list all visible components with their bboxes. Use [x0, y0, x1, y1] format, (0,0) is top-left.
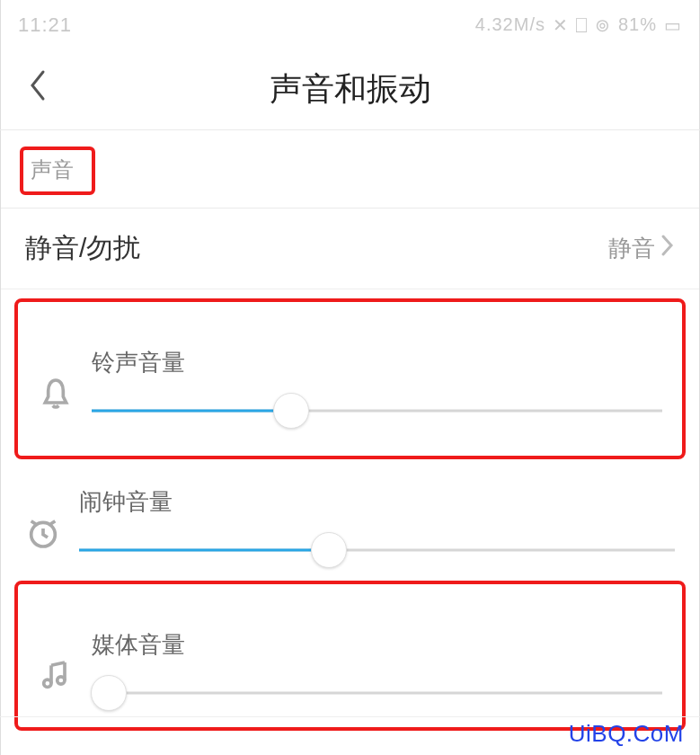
section-label-sound: 声音: [20, 147, 95, 195]
ring-volume-slider[interactable]: [92, 393, 662, 429]
status-time: 11:21: [18, 13, 72, 37]
dnd-label: 静音/勿扰: [25, 230, 140, 267]
ring-volume-label: 铃声音量: [92, 347, 662, 378]
alarm-volume-block: 闹钟音量: [0, 459, 700, 568]
dnd-value: 静音: [608, 233, 655, 264]
svg-point-2: [58, 677, 65, 684]
battery-icon: ⎕: [576, 14, 588, 35]
dnd-icon: ✕: [553, 14, 569, 36]
net-speed: 4.32M/s: [475, 14, 545, 35]
status-bar: 11:21 4.32M/s ✕ ⎕ ⊚ 81% ▭: [0, 0, 700, 49]
section-header: 声音: [0, 130, 700, 209]
ring-volume-block: 铃声音量: [27, 320, 673, 429]
media-volume-label: 媒体音量: [92, 629, 662, 661]
dnd-row[interactable]: 静音/勿扰 静音: [0, 209, 700, 289]
page-title: 声音和振动: [270, 67, 431, 111]
alarm-volume-slider[interactable]: [79, 532, 675, 568]
watermark: UiBQ.CoM: [569, 720, 684, 748]
battery-pct: 81%: [618, 14, 657, 35]
alarm-volume-label: 闹钟音量: [79, 486, 675, 518]
highlight-media-volume: 媒体音量: [14, 581, 686, 731]
media-volume-block: 媒体音量: [27, 602, 673, 711]
wifi-icon: ⊚: [595, 14, 611, 36]
highlight-ring-volume: 铃声音量: [14, 298, 686, 459]
back-button[interactable]: [18, 68, 56, 111]
music-note-icon: [38, 658, 81, 697]
status-right: 4.32M/s ✕ ⎕ ⊚ 81% ▭: [475, 14, 682, 36]
chevron-right-icon: [660, 234, 675, 263]
svg-point-1: [44, 680, 51, 687]
battery-capsule-icon: ▭: [664, 14, 682, 36]
dnd-value-wrap: 静音: [608, 233, 675, 264]
bell-icon: [38, 376, 81, 415]
title-bar: 声音和振动: [0, 49, 700, 130]
media-volume-slider[interactable]: [92, 675, 662, 711]
alarm-clock-icon: [25, 515, 68, 555]
